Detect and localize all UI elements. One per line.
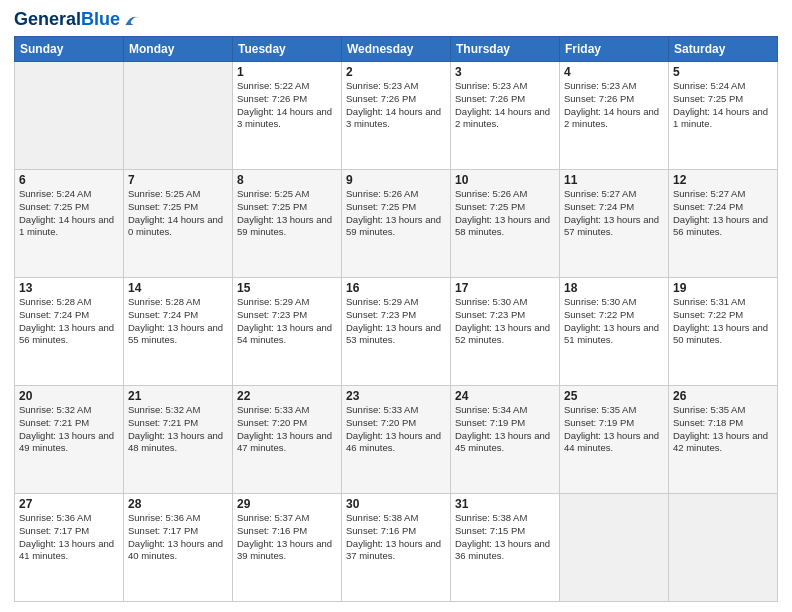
calendar-cell: 17Sunrise: 5:30 AM Sunset: 7:23 PM Dayli… — [451, 278, 560, 386]
logo-icon — [122, 10, 142, 30]
calendar-cell — [15, 62, 124, 170]
calendar-cell: 31Sunrise: 5:38 AM Sunset: 7:15 PM Dayli… — [451, 494, 560, 602]
day-info: Sunrise: 5:36 AM Sunset: 7:17 PM Dayligh… — [19, 512, 119, 563]
day-number: 10 — [455, 173, 555, 187]
day-info: Sunrise: 5:36 AM Sunset: 7:17 PM Dayligh… — [128, 512, 228, 563]
calendar-cell: 6Sunrise: 5:24 AM Sunset: 7:25 PM Daylig… — [15, 170, 124, 278]
calendar-cell: 22Sunrise: 5:33 AM Sunset: 7:20 PM Dayli… — [233, 386, 342, 494]
day-number: 29 — [237, 497, 337, 511]
day-info: Sunrise: 5:33 AM Sunset: 7:20 PM Dayligh… — [237, 404, 337, 455]
weekday-header-tuesday: Tuesday — [233, 37, 342, 62]
week-row-3: 13Sunrise: 5:28 AM Sunset: 7:24 PM Dayli… — [15, 278, 778, 386]
calendar-cell: 5Sunrise: 5:24 AM Sunset: 7:25 PM Daylig… — [669, 62, 778, 170]
day-info: Sunrise: 5:37 AM Sunset: 7:16 PM Dayligh… — [237, 512, 337, 563]
day-info: Sunrise: 5:29 AM Sunset: 7:23 PM Dayligh… — [346, 296, 446, 347]
calendar-cell: 30Sunrise: 5:38 AM Sunset: 7:16 PM Dayli… — [342, 494, 451, 602]
day-number: 9 — [346, 173, 446, 187]
day-info: Sunrise: 5:35 AM Sunset: 7:18 PM Dayligh… — [673, 404, 773, 455]
calendar-cell: 15Sunrise: 5:29 AM Sunset: 7:23 PM Dayli… — [233, 278, 342, 386]
calendar-cell: 8Sunrise: 5:25 AM Sunset: 7:25 PM Daylig… — [233, 170, 342, 278]
weekday-header-row: SundayMondayTuesdayWednesdayThursdayFrid… — [15, 37, 778, 62]
day-number: 5 — [673, 65, 773, 79]
calendar-cell: 25Sunrise: 5:35 AM Sunset: 7:19 PM Dayli… — [560, 386, 669, 494]
day-info: Sunrise: 5:23 AM Sunset: 7:26 PM Dayligh… — [564, 80, 664, 131]
day-number: 17 — [455, 281, 555, 295]
day-info: Sunrise: 5:27 AM Sunset: 7:24 PM Dayligh… — [564, 188, 664, 239]
day-info: Sunrise: 5:29 AM Sunset: 7:23 PM Dayligh… — [237, 296, 337, 347]
day-info: Sunrise: 5:27 AM Sunset: 7:24 PM Dayligh… — [673, 188, 773, 239]
calendar-cell: 10Sunrise: 5:26 AM Sunset: 7:25 PM Dayli… — [451, 170, 560, 278]
calendar-cell: 16Sunrise: 5:29 AM Sunset: 7:23 PM Dayli… — [342, 278, 451, 386]
calendar-cell: 1Sunrise: 5:22 AM Sunset: 7:26 PM Daylig… — [233, 62, 342, 170]
calendar-cell: 19Sunrise: 5:31 AM Sunset: 7:22 PM Dayli… — [669, 278, 778, 386]
day-number: 1 — [237, 65, 337, 79]
calendar-cell: 27Sunrise: 5:36 AM Sunset: 7:17 PM Dayli… — [15, 494, 124, 602]
day-number: 27 — [19, 497, 119, 511]
day-number: 20 — [19, 389, 119, 403]
calendar-cell — [669, 494, 778, 602]
day-number: 30 — [346, 497, 446, 511]
calendar-cell: 14Sunrise: 5:28 AM Sunset: 7:24 PM Dayli… — [124, 278, 233, 386]
day-info: Sunrise: 5:25 AM Sunset: 7:25 PM Dayligh… — [237, 188, 337, 239]
day-info: Sunrise: 5:24 AM Sunset: 7:25 PM Dayligh… — [673, 80, 773, 131]
day-info: Sunrise: 5:23 AM Sunset: 7:26 PM Dayligh… — [455, 80, 555, 131]
calendar-cell: 7Sunrise: 5:25 AM Sunset: 7:25 PM Daylig… — [124, 170, 233, 278]
day-number: 14 — [128, 281, 228, 295]
day-info: Sunrise: 5:25 AM Sunset: 7:25 PM Dayligh… — [128, 188, 228, 239]
day-number: 8 — [237, 173, 337, 187]
weekday-header-wednesday: Wednesday — [342, 37, 451, 62]
day-number: 24 — [455, 389, 555, 403]
day-number: 7 — [128, 173, 228, 187]
day-number: 19 — [673, 281, 773, 295]
weekday-header-monday: Monday — [124, 37, 233, 62]
day-number: 23 — [346, 389, 446, 403]
day-number: 13 — [19, 281, 119, 295]
calendar-cell: 3Sunrise: 5:23 AM Sunset: 7:26 PM Daylig… — [451, 62, 560, 170]
calendar-cell: 23Sunrise: 5:33 AM Sunset: 7:20 PM Dayli… — [342, 386, 451, 494]
calendar-cell: 13Sunrise: 5:28 AM Sunset: 7:24 PM Dayli… — [15, 278, 124, 386]
day-info: Sunrise: 5:34 AM Sunset: 7:19 PM Dayligh… — [455, 404, 555, 455]
day-info: Sunrise: 5:32 AM Sunset: 7:21 PM Dayligh… — [19, 404, 119, 455]
week-row-5: 27Sunrise: 5:36 AM Sunset: 7:17 PM Dayli… — [15, 494, 778, 602]
weekday-header-sunday: Sunday — [15, 37, 124, 62]
logo-text: GeneralBlue — [14, 10, 120, 30]
header: GeneralBlue — [14, 10, 778, 30]
calendar-cell: 26Sunrise: 5:35 AM Sunset: 7:18 PM Dayli… — [669, 386, 778, 494]
week-row-1: 1Sunrise: 5:22 AM Sunset: 7:26 PM Daylig… — [15, 62, 778, 170]
day-info: Sunrise: 5:28 AM Sunset: 7:24 PM Dayligh… — [128, 296, 228, 347]
day-info: Sunrise: 5:28 AM Sunset: 7:24 PM Dayligh… — [19, 296, 119, 347]
logo: GeneralBlue — [14, 10, 142, 30]
calendar-cell: 9Sunrise: 5:26 AM Sunset: 7:25 PM Daylig… — [342, 170, 451, 278]
calendar-cell: 4Sunrise: 5:23 AM Sunset: 7:26 PM Daylig… — [560, 62, 669, 170]
day-info: Sunrise: 5:24 AM Sunset: 7:25 PM Dayligh… — [19, 188, 119, 239]
day-info: Sunrise: 5:35 AM Sunset: 7:19 PM Dayligh… — [564, 404, 664, 455]
day-info: Sunrise: 5:32 AM Sunset: 7:21 PM Dayligh… — [128, 404, 228, 455]
calendar-cell: 11Sunrise: 5:27 AM Sunset: 7:24 PM Dayli… — [560, 170, 669, 278]
day-number: 25 — [564, 389, 664, 403]
day-number: 31 — [455, 497, 555, 511]
day-number: 26 — [673, 389, 773, 403]
calendar-cell — [560, 494, 669, 602]
calendar-cell: 18Sunrise: 5:30 AM Sunset: 7:22 PM Dayli… — [560, 278, 669, 386]
day-info: Sunrise: 5:30 AM Sunset: 7:22 PM Dayligh… — [564, 296, 664, 347]
weekday-header-thursday: Thursday — [451, 37, 560, 62]
calendar-cell: 2Sunrise: 5:23 AM Sunset: 7:26 PM Daylig… — [342, 62, 451, 170]
calendar-cell: 28Sunrise: 5:36 AM Sunset: 7:17 PM Dayli… — [124, 494, 233, 602]
week-row-4: 20Sunrise: 5:32 AM Sunset: 7:21 PM Dayli… — [15, 386, 778, 494]
day-number: 18 — [564, 281, 664, 295]
calendar-cell: 21Sunrise: 5:32 AM Sunset: 7:21 PM Dayli… — [124, 386, 233, 494]
day-info: Sunrise: 5:22 AM Sunset: 7:26 PM Dayligh… — [237, 80, 337, 131]
day-number: 2 — [346, 65, 446, 79]
week-row-2: 6Sunrise: 5:24 AM Sunset: 7:25 PM Daylig… — [15, 170, 778, 278]
day-info: Sunrise: 5:26 AM Sunset: 7:25 PM Dayligh… — [346, 188, 446, 239]
day-number: 3 — [455, 65, 555, 79]
day-number: 16 — [346, 281, 446, 295]
day-info: Sunrise: 5:31 AM Sunset: 7:22 PM Dayligh… — [673, 296, 773, 347]
day-number: 11 — [564, 173, 664, 187]
day-number: 15 — [237, 281, 337, 295]
day-number: 6 — [19, 173, 119, 187]
day-number: 22 — [237, 389, 337, 403]
day-number: 4 — [564, 65, 664, 79]
day-info: Sunrise: 5:26 AM Sunset: 7:25 PM Dayligh… — [455, 188, 555, 239]
day-info: Sunrise: 5:30 AM Sunset: 7:23 PM Dayligh… — [455, 296, 555, 347]
